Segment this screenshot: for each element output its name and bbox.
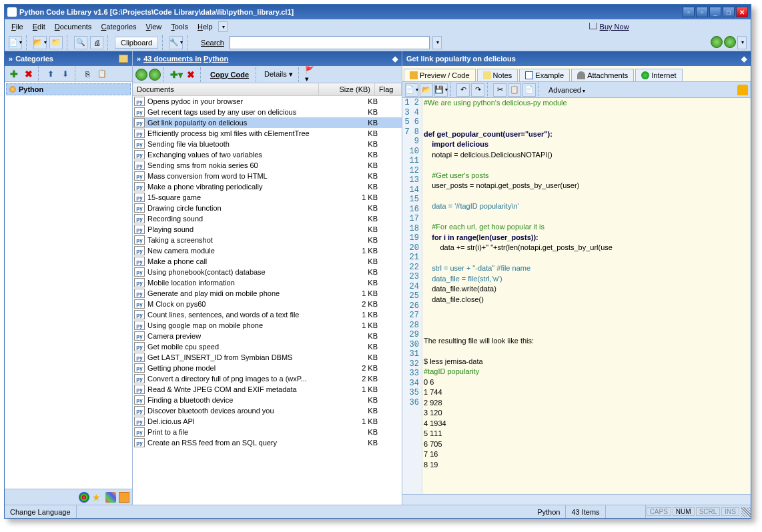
document-row[interactable]: pyMake a phone vibrating periodicallyKB bbox=[133, 181, 402, 192]
tools-button[interactable]: 🔧 bbox=[169, 36, 183, 49]
document-row[interactable]: pyTaking a screenshotKB bbox=[133, 235, 402, 245]
nav-fwd-button[interactable] bbox=[724, 36, 736, 48]
tab-example[interactable]: Example bbox=[519, 69, 570, 81]
search-dd[interactable] bbox=[432, 36, 442, 49]
code-editor[interactable]: 1 2 3 4 5 6 7 8 9 10 11 12 13 14 15 16 1… bbox=[402, 98, 751, 494]
copy-code-button[interactable]: Copy Code bbox=[206, 69, 253, 80]
print-button[interactable]: 🖨 bbox=[90, 36, 103, 49]
document-row[interactable]: pyEfficiently process big xml files with… bbox=[133, 128, 402, 139]
folder-icon[interactable] bbox=[119, 55, 128, 63]
doc-nav-back[interactable] bbox=[135, 69, 147, 81]
document-list-header[interactable]: Documents Size (KB) Flag bbox=[133, 83, 402, 96]
lock-icon[interactable] bbox=[737, 85, 748, 95]
menu-documents[interactable]: Documents bbox=[51, 21, 96, 32]
move-up-button[interactable]: ⬆ bbox=[44, 67, 57, 81]
move-down-button[interactable]: ⬇ bbox=[59, 67, 72, 81]
change-language[interactable]: Change Language bbox=[5, 505, 77, 518]
ed-redo[interactable]: ↷ bbox=[471, 83, 484, 97]
document-row[interactable]: pyConvert a directory full of png images… bbox=[133, 373, 402, 384]
col-size[interactable]: Size (KB) bbox=[319, 83, 375, 95]
titlebar[interactable]: Python Code Library v1.6 [G:\Projects\Co… bbox=[5, 5, 751, 19]
search-label[interactable]: Search bbox=[201, 39, 224, 47]
document-row[interactable]: pyCamera previewKB bbox=[133, 331, 402, 341]
document-row[interactable]: pyNew camera module1 KB bbox=[133, 245, 402, 256]
delete-doc-button[interactable]: ✖ bbox=[184, 68, 198, 81]
menu-view[interactable]: View bbox=[142, 21, 166, 32]
people-icon[interactable] bbox=[79, 492, 89, 503]
document-row[interactable]: pyRecording soundKB bbox=[133, 213, 402, 224]
tree-item-python[interactable]: Python bbox=[6, 83, 131, 95]
ed-paste[interactable]: 📄 bbox=[522, 83, 536, 97]
ed-open[interactable]: 📂 bbox=[420, 83, 433, 97]
horizontal-scrollbar[interactable] bbox=[402, 494, 751, 505]
document-row[interactable]: pyPrint to a fileKB bbox=[133, 427, 402, 437]
search-input[interactable] bbox=[230, 36, 430, 49]
tab-notes[interactable]: Notes bbox=[477, 69, 518, 81]
open-button[interactable]: 📂 bbox=[33, 36, 47, 49]
ed-save[interactable]: 💾 bbox=[434, 83, 448, 97]
collapse-icon[interactable]: ◆ bbox=[392, 55, 398, 63]
document-row[interactable]: pyMass conversion from word to HTMLKB bbox=[133, 171, 402, 181]
menu-categories[interactable]: Categories bbox=[97, 21, 140, 32]
window-max1-button[interactable]: ▫ bbox=[696, 7, 708, 17]
doc-flag-button[interactable]: 🚩▾ bbox=[304, 68, 318, 81]
document-row[interactable]: pyMobile location informationKB bbox=[133, 277, 402, 288]
tab-internet[interactable]: Internet bbox=[635, 69, 682, 81]
add-category-button[interactable]: ✚ bbox=[7, 67, 21, 81]
code-area[interactable]: #We are using python's delicious-py modu… bbox=[422, 98, 751, 494]
menu-file[interactable]: File bbox=[7, 21, 27, 32]
nav-dd[interactable] bbox=[737, 36, 747, 49]
buy-now-link[interactable]: Buy Now bbox=[589, 23, 629, 31]
add-doc-button[interactable]: ✚▾ bbox=[169, 68, 183, 81]
document-row[interactable]: pyRead & Write JPEG COM and EXIF metadat… bbox=[133, 384, 402, 395]
document-row[interactable]: pyM Clock on pys602 KB bbox=[133, 299, 402, 309]
col-flag[interactable]: Flag bbox=[375, 83, 402, 95]
delete-category-button[interactable]: ✖ bbox=[22, 67, 35, 81]
document-row[interactable]: pyGet recent tags used by any user on de… bbox=[133, 107, 402, 117]
ed-cut[interactable]: ✂ bbox=[493, 83, 506, 97]
document-row[interactable]: pySending file via bluetoothKB bbox=[133, 139, 402, 149]
document-row[interactable]: pyFinding a bluetooth deviceKB bbox=[133, 395, 402, 405]
window-min1-button[interactable]: ▫ bbox=[683, 7, 695, 17]
document-row[interactable]: pyGet mobile cpu speedKB bbox=[133, 341, 402, 352]
document-row[interactable]: pyCount lines, sentences, and words of a… bbox=[133, 309, 402, 320]
details-button[interactable]: Details ▾ bbox=[262, 69, 296, 80]
windows-icon[interactable] bbox=[105, 492, 116, 503]
document-row[interactable]: pyUsing google map on mobile phone1 KB bbox=[133, 320, 402, 331]
window-close-button[interactable]: ✕ bbox=[736, 7, 748, 17]
cat-btn1[interactable]: ⎘ bbox=[81, 67, 94, 81]
document-row[interactable]: pyMake a phone callKB bbox=[133, 256, 402, 267]
new-button[interactable]: 📄 bbox=[9, 36, 22, 49]
menu-help[interactable]: Help bbox=[194, 21, 217, 32]
document-row[interactable]: pyOpens pydoc in your browserKB bbox=[133, 96, 402, 107]
document-row[interactable]: pyExchanging values of two variablesKB bbox=[133, 149, 402, 160]
document-row[interactable]: pySending sms from nokia series 60KB bbox=[133, 160, 402, 171]
doc-nav-fwd[interactable] bbox=[149, 69, 161, 81]
window-minimize-button[interactable]: _ bbox=[709, 7, 721, 17]
nav-back-button[interactable] bbox=[711, 36, 723, 48]
document-row[interactable]: pyGet LAST_INSERT_ID from Symbian DBMSKB bbox=[133, 352, 402, 363]
resize-grip[interactable] bbox=[741, 507, 751, 517]
document-row[interactable]: pyDrawing circle functionKB bbox=[133, 203, 402, 213]
document-row[interactable]: pyGetting phone model2 KB bbox=[133, 363, 402, 373]
cat-btn2[interactable]: 📋 bbox=[95, 67, 109, 81]
advanced-button[interactable]: Advanced bbox=[544, 85, 589, 95]
clipboard-button[interactable]: Clipboard bbox=[115, 37, 158, 49]
document-row[interactable]: pyCreate an RSS feed from an SQL queryKB bbox=[133, 437, 402, 448]
ed-undo[interactable]: ↶ bbox=[456, 83, 470, 97]
document-row[interactable]: pyUsing phonebook(contact) databaseKB bbox=[133, 267, 402, 277]
document-row[interactable]: pyDiscover bluetooth devices around youK… bbox=[133, 405, 402, 416]
col-documents[interactable]: Documents bbox=[133, 83, 319, 95]
menu-tools[interactable]: Tools bbox=[167, 21, 192, 32]
ed-copy[interactable]: 📋 bbox=[508, 83, 521, 97]
document-row[interactable]: pyGet link popularity on deliciousKB bbox=[133, 117, 402, 128]
tab-attachments[interactable]: Attachments bbox=[571, 69, 634, 81]
category-tree[interactable]: Python bbox=[5, 82, 132, 489]
window-maximize-button[interactable]: □ bbox=[723, 7, 735, 17]
preview-button[interactable]: 🔍 bbox=[74, 36, 87, 49]
menu-overflow[interactable] bbox=[218, 21, 228, 32]
document-row[interactable]: pyDel.icio.us API1 KB bbox=[133, 416, 402, 427]
folder-button[interactable]: 📁 bbox=[49, 36, 63, 49]
ed-new[interactable]: 📄 bbox=[405, 83, 418, 97]
star-icon[interactable]: ★ bbox=[92, 492, 103, 503]
